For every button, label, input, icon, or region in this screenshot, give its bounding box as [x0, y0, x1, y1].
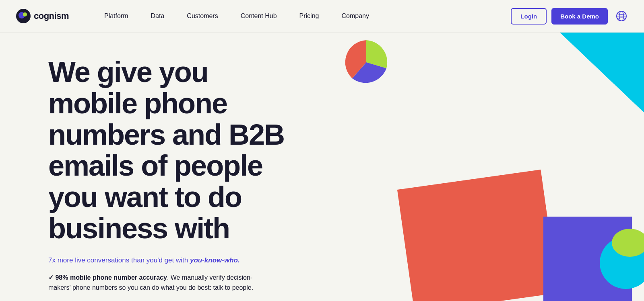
hero-feature-bold: ✓ 98% mobile phone number accuracy [48, 274, 167, 281]
green-oval [612, 229, 644, 257]
nav-links: Platform Data Customers Content Hub Pric… [93, 8, 511, 24]
svg-point-2 [23, 12, 27, 16]
nav-content-hub[interactable]: Content Hub [229, 8, 288, 24]
decorative-shapes [322, 0, 644, 301]
cyan-circle [600, 237, 644, 289]
nav-pricing[interactable]: Pricing [288, 8, 330, 24]
nav-actions: Login Book a Demo [511, 8, 628, 25]
login-button[interactable]: Login [511, 8, 547, 25]
cyan-triangle-top-right [535, 32, 644, 113]
hero-subtext-italic: you-know-who. [190, 256, 240, 264]
navbar: cognism Platform Data Customers Content … [0, 0, 644, 33]
nav-data[interactable]: Data [140, 8, 176, 24]
hero-subtext-plain: 7x more live conversations than you'd ge… [48, 256, 190, 264]
nav-customers[interactable]: Customers [175, 8, 229, 24]
nav-platform[interactable]: Platform [93, 8, 140, 24]
book-demo-button[interactable]: Book a Demo [551, 8, 608, 25]
coral-rectangle [397, 170, 558, 301]
hero-headline: We give you mobile phone numbers and B2B… [48, 57, 302, 244]
language-globe-icon[interactable] [615, 10, 628, 23]
cognism-logo-icon [16, 9, 31, 23]
main-content: We give you mobile phone numbers and B2B… [0, 0, 644, 301]
hero-feature: ✓ 98% mobile phone number accuracy. We m… [48, 272, 274, 293]
hero-subtext: 7x more live conversations than you'd ge… [48, 256, 302, 264]
purple-rectangle [543, 217, 632, 301]
logo-text: cognism [34, 11, 69, 21]
logo-link[interactable]: cognism [16, 9, 69, 23]
nav-company[interactable]: Company [330, 8, 380, 24]
svg-marker-6 [559, 32, 644, 113]
pie-chart-decoration [342, 38, 390, 86]
hero-section: We give you mobile phone numbers and B2B… [0, 33, 302, 293]
